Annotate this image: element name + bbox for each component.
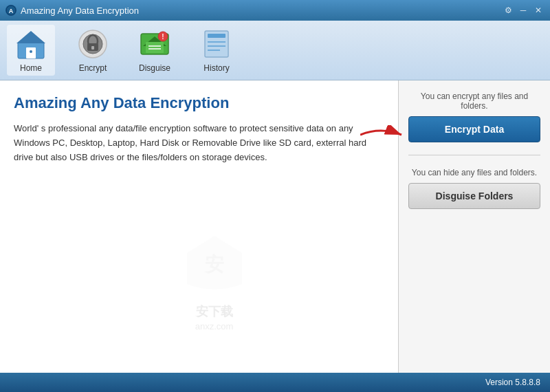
watermark-subtext: anxz.com [195, 321, 234, 331]
version-label: Version 5.8.8.8 [485, 378, 540, 387]
svg-text:A: A [9, 8, 14, 14]
svg-rect-13 [146, 42, 164, 53]
content-area: Amazing Any Data Encryption World' s pro… [0, 80, 550, 373]
history-icon [200, 28, 233, 61]
encrypt-icon [76, 28, 109, 61]
watermark-text: 安下载 [196, 303, 233, 320]
app-description: World' s professional any data/file encr… [14, 122, 384, 164]
app-title: Amazing Any Data Encryption [14, 94, 384, 112]
disguise-icon: ! [138, 28, 171, 61]
disguise-hint: You can hide any files and folders. [408, 168, 540, 177]
toolbar-item-history[interactable]: History [192, 25, 241, 76]
status-bar: Version 5.8.8.8 [0, 373, 550, 392]
encrypt-label: Encrypt [79, 63, 107, 73]
window-title: Amazing Any Data Encryption [21, 6, 502, 16]
disguise-label: Disguise [139, 63, 170, 73]
right-panel: You can encrypt any files and folders. E… [399, 80, 550, 373]
encrypt-hint: You can encrypt any files and folders. [408, 91, 540, 111]
close-button[interactable]: ✕ [532, 4, 544, 17]
disguise-folders-button[interactable]: Disguise Folders [408, 183, 540, 209]
disguise-section: You can hide any files and folders. Disg… [408, 168, 540, 209]
left-panel: Amazing Any Data Encryption World' s pro… [0, 80, 399, 373]
svg-rect-10 [91, 46, 94, 50]
svg-rect-19 [208, 34, 226, 38]
svg-text:!: ! [162, 33, 164, 41]
encrypt-section: You can encrypt any files and folders. E… [408, 91, 540, 142]
watermark: 安 安下载 anxz.com [177, 232, 252, 331]
toolbar: Home Encrypt [0, 21, 550, 80]
minimize-button[interactable]: ─ [517, 4, 529, 17]
window-controls: ⚙ ─ ✕ [502, 4, 544, 17]
history-label: History [204, 63, 229, 73]
svg-text:安: 安 [204, 253, 224, 275]
svg-marker-3 [16, 31, 45, 43]
toolbar-item-home[interactable]: Home [7, 25, 55, 76]
home-icon [14, 28, 47, 61]
toolbar-item-encrypt[interactable]: Encrypt [69, 25, 117, 76]
svg-point-5 [30, 50, 32, 53]
toolbar-item-disguise[interactable]: ! Disguise [131, 25, 179, 76]
home-label: Home [20, 63, 42, 73]
panel-divider [408, 155, 540, 155]
encrypt-data-button[interactable]: Encrypt Data [408, 116, 540, 142]
main-window: A Amazing Any Data Encryption ⚙ ─ ✕ Home [0, 0, 550, 392]
settings-button[interactable]: ⚙ [502, 4, 514, 17]
title-bar: A Amazing Any Data Encryption ⚙ ─ ✕ [0, 0, 550, 21]
app-icon: A [6, 5, 16, 16]
